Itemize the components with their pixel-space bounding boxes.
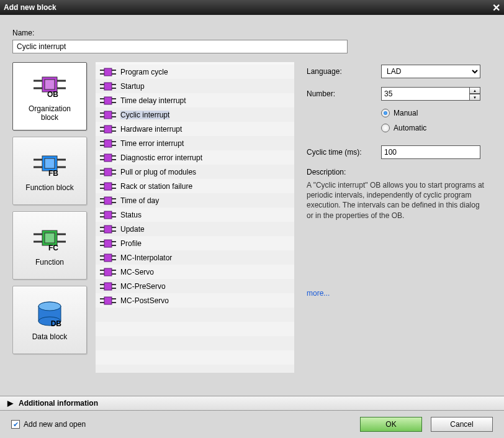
ob-icon — [99, 167, 117, 178]
svg-rect-91 — [104, 254, 112, 262]
ob-item[interactable]: Status — [96, 208, 294, 222]
ob-item[interactable]: Time of day — [96, 193, 294, 208]
ob-item-label: MC-Interpolator — [120, 253, 172, 262]
ob-item-label: Time error interrupt — [120, 139, 184, 148]
add-and-open-checkbox[interactable] — [11, 420, 20, 429]
svg-text:FC: FC — [48, 244, 58, 252]
ob-item-label: Program cycle — [120, 68, 168, 76]
cyclic-label: Cyclic time (ms): — [307, 148, 381, 157]
ob-item[interactable]: Rack or station failure — [96, 179, 294, 193]
dialog-title: Add new block — [4, 3, 56, 12]
svg-rect-61 — [104, 168, 112, 176]
ob-icon — [99, 295, 117, 306]
ob-icon — [99, 138, 117, 149]
block-type-db[interactable]: DB Data block — [12, 286, 87, 354]
ob-item-label: Time of day — [120, 196, 159, 205]
number-label: Number: — [307, 89, 381, 98]
ob-item[interactable]: Diagnostic error interrupt — [96, 150, 294, 165]
svg-rect-106 — [104, 297, 112, 304]
ob-icon — [99, 109, 117, 121]
svg-rect-31 — [104, 83, 112, 90]
svg-rect-26 — [104, 68, 112, 76]
language-select[interactable]: LAD — [381, 65, 480, 78]
ok-button[interactable]: OK — [360, 417, 422, 432]
ob-item[interactable]: Pull or plug of modules — [96, 165, 294, 179]
chevron-right-icon: ▶ — [5, 399, 15, 408]
block-type-ob[interactable]: OB Organizationblock — [12, 62, 87, 130]
radio-icon — [381, 124, 390, 132]
svg-rect-66 — [104, 183, 112, 190]
ob-icon — [99, 195, 117, 206]
number-step-up[interactable]: ▲ — [469, 87, 480, 94]
ob-item-label: Update — [120, 225, 145, 234]
ob-icon — [99, 152, 117, 163]
additional-info-label: Additional information — [19, 399, 98, 408]
svg-rect-46 — [104, 125, 112, 133]
svg-text:FB: FB — [48, 169, 58, 178]
db-icon: DB — [31, 299, 68, 329]
ob-item[interactable]: Cyclic interrupt — [96, 107, 294, 122]
svg-rect-81 — [104, 226, 112, 233]
svg-text:DB: DB — [51, 319, 62, 327]
block-type-label: Function block — [25, 183, 73, 192]
ob-item-label: MC-Servo — [120, 268, 154, 276]
svg-rect-56 — [104, 154, 112, 162]
name-input[interactable] — [12, 40, 348, 53]
ob-icon — [99, 281, 117, 292]
mode-manual-label: Manual — [394, 109, 418, 117]
additional-info-bar[interactable]: ▶ Additional information — [0, 396, 504, 411]
add-and-open-label: Add new and open — [24, 420, 86, 429]
ob-item[interactable]: Startup — [96, 79, 294, 93]
svg-rect-41 — [104, 111, 112, 119]
ob-icon — [99, 209, 117, 221]
more-link[interactable]: more... — [307, 289, 330, 298]
description-body: A "Cyclic interrupt" OB allows you to st… — [307, 180, 488, 221]
ob-item-label: Diagnostic error interrupt — [120, 153, 202, 162]
number-input[interactable] — [381, 87, 480, 101]
ob-item-label: Pull or plug of modules — [120, 168, 196, 176]
mode-automatic-radio[interactable]: Automatic — [381, 121, 488, 135]
mode-auto-label: Automatic — [394, 124, 426, 132]
block-type-label: Data block — [32, 332, 68, 341]
block-type-label: Organizationblock — [29, 104, 71, 122]
svg-rect-101 — [104, 283, 112, 290]
ob-item-label: Status — [120, 211, 142, 219]
ob-item[interactable]: Profile — [96, 236, 294, 250]
block-type-list: OB Organizationblock FB Function block F… — [12, 62, 87, 373]
ob-item-label: Hardware interrupt — [120, 125, 182, 134]
ob-item[interactable]: Program cycle — [96, 65, 294, 79]
svg-rect-8 — [45, 158, 55, 168]
ob-item[interactable]: Hardware interrupt — [96, 122, 294, 136]
svg-rect-36 — [104, 97, 112, 104]
ob-icon — [99, 224, 117, 235]
ob-item[interactable]: Time delay interrupt — [96, 93, 294, 107]
close-icon[interactable]: ✕ — [492, 2, 500, 14]
svg-point-24 — [38, 302, 61, 311]
block-type-fb[interactable]: FB Function block — [12, 137, 87, 205]
svg-rect-15 — [45, 233, 55, 243]
svg-rect-71 — [104, 197, 112, 204]
ob-icon — [99, 181, 117, 192]
ob-item[interactable]: MC-Interpolator — [96, 250, 294, 265]
titlebar: Add new block ✕ — [0, 0, 504, 15]
ob-item-label: Time delay interrupt — [120, 96, 186, 105]
fc-icon: FC — [31, 224, 68, 254]
cyclic-time-input[interactable] — [381, 145, 480, 159]
fb-icon: FB — [31, 150, 68, 180]
ob-item[interactable]: Time error interrupt — [96, 136, 294, 150]
bottom-bar: Add new and open OK Cancel — [0, 411, 504, 438]
ob-item[interactable]: MC-PostServo — [96, 293, 294, 308]
ob-template-list: Program cycle Startup Time delay interru… — [96, 62, 294, 373]
ob-item-label: MC-PostServo — [120, 296, 169, 305]
ob-item-label: Startup — [120, 82, 145, 91]
block-type-fc[interactable]: FC Function — [12, 211, 87, 280]
ob-item-label: Profile — [120, 239, 142, 248]
ob-item[interactable]: Update — [96, 222, 294, 236]
mode-manual-radio[interactable]: Manual — [381, 106, 488, 121]
number-step-down[interactable]: ▼ — [469, 94, 480, 101]
cancel-button[interactable]: Cancel — [431, 417, 493, 432]
ob-icon — [99, 124, 117, 135]
ob-item[interactable]: MC-Servo — [96, 265, 294, 279]
svg-rect-86 — [104, 240, 112, 247]
ob-item[interactable]: MC-PreServo — [96, 279, 294, 293]
